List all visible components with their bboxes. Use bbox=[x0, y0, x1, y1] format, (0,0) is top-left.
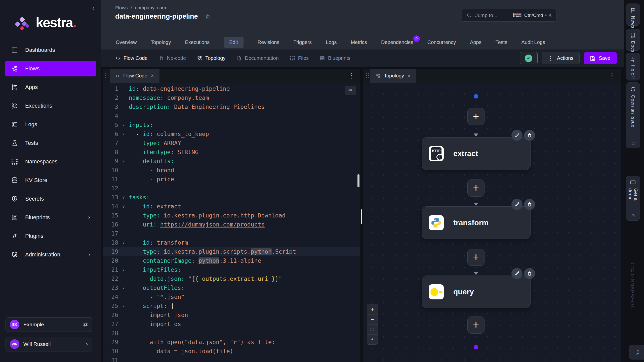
sidebar-item-dashboards[interactable]: Dashboards bbox=[5, 42, 96, 58]
fold-chevron-icon[interactable]: ∨ bbox=[118, 129, 129, 139]
topology-panel-menu-icon[interactable]: ⋮ bbox=[609, 72, 621, 80]
fold-chevron-icon[interactable]: ∨ bbox=[118, 301, 129, 310]
tab-topology[interactable]: Topology bbox=[151, 39, 171, 45]
theme-toggle-button[interactable]: ☽ bbox=[629, 345, 644, 359]
sidebar-item-namespaces[interactable]: Namespaces bbox=[5, 154, 96, 169]
fold-chevron-icon[interactable]: ∨ bbox=[118, 238, 129, 247]
tab-label: Triggers bbox=[293, 39, 312, 45]
toolbar-view-flow-code[interactable]: Flow Code bbox=[115, 55, 148, 61]
tab-dependencies[interactable]: Dependencies0 bbox=[381, 39, 413, 45]
node-delete-button[interactable] bbox=[524, 268, 535, 279]
fold-chevron-icon[interactable]: ∨ bbox=[118, 283, 129, 292]
add-task-button[interactable]: + bbox=[467, 316, 485, 334]
tab-concurrency[interactable]: Concurrency bbox=[427, 39, 456, 45]
task-node-extract[interactable]: HTTP↓extract bbox=[422, 137, 531, 170]
workspace-card[interactable]: EX Example ⇄ bbox=[6, 317, 92, 332]
task-node-query[interactable]: query bbox=[422, 276, 531, 308]
toolbar-view-no-code[interactable]: No-code bbox=[159, 55, 186, 61]
editor-panel-menu-icon[interactable]: ⋮ bbox=[348, 72, 360, 80]
external-link-icon bbox=[631, 75, 635, 80]
editor-drag-handle[interactable] bbox=[105, 72, 109, 79]
rail-tab-news[interactable]: News bbox=[626, 4, 640, 26]
topology-tab[interactable]: Topology × bbox=[370, 69, 416, 83]
sidebar-item-plugins[interactable]: Plugins bbox=[5, 228, 96, 244]
sidebar-item-kv-store[interactable]: KV Store bbox=[5, 172, 96, 188]
code-line-content: inputFiles: bbox=[129, 265, 360, 274]
rail-tab-get-a-demo[interactable]: Get a demo bbox=[626, 176, 640, 221]
rail-tab-open-an-issue[interactable]: Open an Issue bbox=[626, 82, 640, 148]
node-edit-button[interactable] bbox=[511, 130, 522, 141]
tab-apps[interactable]: Apps bbox=[470, 39, 481, 45]
code-line: 4 bbox=[103, 111, 360, 120]
panel-divider-handle[interactable] bbox=[361, 209, 362, 224]
rail-tab-help[interactable]: Help bbox=[626, 53, 640, 80]
zoom-out-button[interactable]: − bbox=[367, 314, 378, 324]
tab-audit-logs[interactable]: Audit Logs bbox=[521, 39, 545, 45]
tab-executions[interactable]: Executions bbox=[185, 39, 210, 45]
node-delete-button[interactable] bbox=[524, 130, 535, 141]
code-line: 29 with open("data.json", "r") as file: bbox=[103, 338, 360, 347]
add-task-button[interactable]: + bbox=[467, 108, 485, 125]
breadcrumb-flows[interactable]: Flows bbox=[115, 5, 128, 11]
node-delete-button[interactable] bbox=[524, 199, 535, 210]
kestra-logo[interactable]: kestra. bbox=[14, 14, 76, 31]
sidebar-item-apps[interactable]: Apps bbox=[5, 79, 96, 95]
add-task-button[interactable]: + bbox=[467, 179, 485, 197]
node-edit-button[interactable] bbox=[511, 199, 522, 210]
favorite-star-icon[interactable]: ☆ bbox=[205, 13, 211, 20]
workspace-switch-icon[interactable]: ⇄ bbox=[83, 321, 88, 328]
sidebar-item-tests[interactable]: Tests bbox=[5, 135, 96, 151]
topology-tab-close-icon[interactable]: × bbox=[408, 73, 411, 79]
sidebar-item-blueprints[interactable]: Blueprints› bbox=[5, 210, 96, 225]
tab-logs[interactable]: Logs bbox=[326, 39, 337, 45]
sidebar-item-administration[interactable]: Administration› bbox=[5, 247, 96, 262]
jump-to-search[interactable]: Jump to... ⌨ Ctrl/Cmd + K bbox=[462, 9, 556, 22]
tab-metrics[interactable]: Metrics bbox=[351, 39, 367, 45]
toolbar-view-topology[interactable]: Topology bbox=[197, 55, 225, 61]
breadcrumb-namespace[interactable]: company.team bbox=[135, 5, 166, 11]
sidebar-item-logs[interactable]: Logs bbox=[5, 117, 96, 132]
actions-button[interactable]: ⋮ Actions bbox=[542, 52, 580, 64]
tab-tests[interactable]: Tests bbox=[496, 39, 507, 45]
sidebar-item-executions[interactable]: Executions bbox=[5, 98, 96, 114]
fold-chevron-icon[interactable]: ∨ bbox=[118, 202, 129, 211]
sidebar-item-flows[interactable]: Flows bbox=[5, 61, 96, 76]
fold-chevron-icon[interactable]: ∨ bbox=[118, 265, 129, 274]
tab-overview[interactable]: Overview bbox=[116, 39, 137, 45]
validation-status-button[interactable]: ✓ bbox=[520, 52, 538, 64]
zoom-in-button[interactable]: + bbox=[367, 304, 378, 314]
node-edit-button[interactable] bbox=[511, 268, 522, 279]
toolbar-view-documentation[interactable]: Documentation bbox=[236, 55, 279, 61]
user-card[interactable]: WR Will Russell › bbox=[6, 337, 92, 351]
editor-tab[interactable]: Flow Code × bbox=[110, 69, 159, 83]
export-button[interactable] bbox=[367, 334, 378, 344]
add-task-button[interactable]: + bbox=[467, 249, 485, 266]
task-node-transform[interactable]: transform bbox=[422, 206, 531, 239]
fit-view-button[interactable] bbox=[367, 324, 378, 334]
fold-chevron-icon[interactable]: ∨ bbox=[118, 193, 129, 202]
tab-triggers[interactable]: Triggers bbox=[293, 39, 312, 45]
rail-tab-docs[interactable]: Docs bbox=[626, 29, 640, 51]
tab-label: Topology bbox=[151, 39, 171, 45]
fold-chevron-icon[interactable]: ∨ bbox=[118, 120, 129, 129]
topology-canvas[interactable]: ++++HTTP↓extracttransformquery+− bbox=[363, 83, 621, 362]
code-editor[interactable]: 1id: data-engineering-pipeline2namespace… bbox=[103, 83, 360, 362]
editor-tab-close-icon[interactable]: × bbox=[151, 73, 154, 79]
toolbar-view-label: Files bbox=[298, 55, 309, 61]
toolbar-view-files[interactable]: Files bbox=[290, 55, 309, 61]
keyboard-toggle-button[interactable]: ⌨ bbox=[345, 86, 356, 95]
sidebar-collapse-button[interactable]: ‹ bbox=[92, 5, 95, 12]
tab-edit[interactable]: Edit bbox=[224, 37, 243, 48]
editor-scrollbar-thumb[interactable] bbox=[357, 174, 359, 187]
document-icon bbox=[236, 56, 242, 61]
sidebar-item-secrets[interactable]: Secrets bbox=[5, 191, 96, 207]
code-line-content: tasks: bbox=[129, 193, 360, 202]
topology-drag-handle[interactable] bbox=[365, 72, 370, 79]
code-line: 11 - price bbox=[103, 175, 360, 184]
line-number: 17 bbox=[103, 229, 118, 238]
save-button[interactable]: Save bbox=[584, 52, 617, 64]
fold-chevron-icon[interactable]: ∨ bbox=[118, 157, 129, 166]
python-icon bbox=[429, 215, 444, 230]
toolbar-view-blueprints[interactable]: Blueprints bbox=[320, 55, 350, 61]
tab-revisions[interactable]: Revisions bbox=[258, 39, 279, 45]
